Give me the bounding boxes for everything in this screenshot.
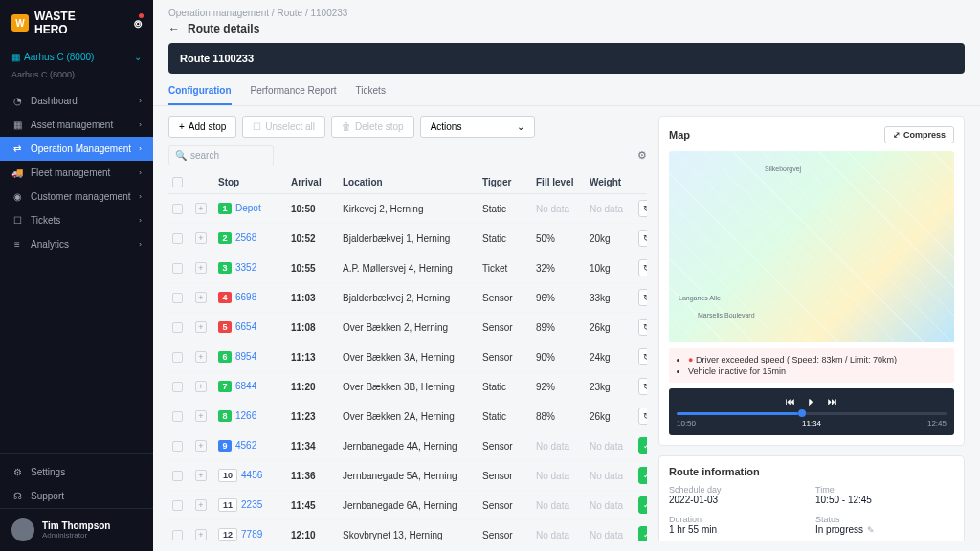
- sidebar-item-fleet-management[interactable]: 🚚Fleet management›: [0, 161, 153, 185]
- sidebar-item-tickets[interactable]: ☐Tickets›: [0, 209, 153, 232]
- fill: No data: [536, 530, 584, 540]
- user-block[interactable]: Tim Thompson Administrator: [0, 508, 153, 551]
- weight: 24kg: [590, 352, 633, 363]
- tab-configuration[interactable]: Configuration: [168, 77, 232, 105]
- stop-badge: 1: [218, 203, 232, 214]
- stop-link[interactable]: 6844: [235, 381, 256, 391]
- map[interactable]: Silkeborgvej Langanes Alle Marselis Boul…: [669, 151, 954, 342]
- compress-button[interactable]: ⤢ Compress: [884, 126, 954, 143]
- expand-icon[interactable]: +: [195, 203, 207, 214]
- refresh-icon[interactable]: ↻: [638, 289, 647, 306]
- back-icon[interactable]: ←: [168, 22, 180, 35]
- stop-link[interactable]: 1266: [235, 410, 256, 421]
- expand-icon[interactable]: +: [195, 232, 207, 244]
- row-checkbox[interactable]: [172, 471, 183, 481]
- sidebar-item-asset-management[interactable]: ▦Asset management›: [0, 113, 153, 137]
- tab-performance-report[interactable]: Performance Report: [251, 77, 337, 105]
- stop-link[interactable]: Depot: [235, 203, 261, 213]
- row-checkbox[interactable]: [172, 352, 183, 363]
- stop-link[interactable]: 2568: [235, 232, 256, 243]
- row-checkbox[interactable]: [172, 411, 183, 422]
- row-checkbox[interactable]: [172, 204, 183, 214]
- stop-link[interactable]: 6698: [235, 292, 256, 302]
- refresh-icon[interactable]: ↻: [638, 408, 647, 425]
- refresh-icon[interactable]: ↻: [638, 378, 647, 395]
- refresh-icon[interactable]: ↻: [638, 259, 647, 276]
- alerts: ● Driver exceeded speed ( Speed: 83km / …: [669, 348, 954, 383]
- page-title: ← Route details: [153, 22, 980, 43]
- expand-icon[interactable]: +: [195, 470, 207, 481]
- stop-link[interactable]: 4456: [241, 470, 262, 480]
- select-all-checkbox[interactable]: [172, 177, 183, 187]
- refresh-icon[interactable]: ↻: [638, 200, 647, 217]
- done-icon[interactable]: ✓: [638, 526, 647, 541]
- stop-badge: 2: [218, 232, 232, 244]
- actions-dropdown[interactable]: Actions ⌄: [420, 116, 535, 138]
- expand-icon[interactable]: +: [195, 410, 207, 422]
- refresh-icon[interactable]: ↻: [638, 348, 647, 365]
- tigger: Static: [482, 411, 530, 422]
- play-icon[interactable]: ⏵: [807, 396, 816, 407]
- prev-icon[interactable]: ⏮: [786, 396, 795, 407]
- expand-icon[interactable]: +: [195, 381, 207, 392]
- row-checkbox[interactable]: [172, 322, 183, 333]
- stop-link[interactable]: 8954: [235, 351, 256, 362]
- expand-icon[interactable]: +: [195, 262, 207, 274]
- done-icon[interactable]: ✓: [638, 496, 647, 514]
- row-checkbox[interactable]: [172, 382, 183, 392]
- org-selector[interactable]: ▦ Aarhus C (8000) ⌄: [0, 46, 153, 68]
- refresh-icon[interactable]: ↻: [638, 319, 647, 336]
- expand-icon[interactable]: +: [195, 499, 207, 511]
- delete-stop-button[interactable]: 🗑 Delete stop: [331, 116, 414, 138]
- sidebar-item-customer-management[interactable]: ◉Customer management›: [0, 185, 153, 209]
- table-settings-icon[interactable]: ⚙: [637, 149, 647, 162]
- crumb-op[interactable]: Operation management: [168, 8, 269, 18]
- search-input[interactable]: 🔍 search: [168, 145, 274, 165]
- add-stop-button[interactable]: + Add stop: [168, 116, 236, 138]
- expand-icon[interactable]: +: [195, 351, 207, 363]
- sidebar-item-dashboard[interactable]: ◔Dashboard›: [0, 89, 153, 113]
- sidebar-item-support[interactable]: ☊Support: [0, 484, 153, 508]
- expand-icon[interactable]: +: [195, 440, 207, 452]
- row-checkbox[interactable]: [172, 441, 183, 452]
- row-checkbox[interactable]: [172, 263, 183, 274]
- chevron-right-icon: ›: [139, 240, 142, 249]
- row-checkbox[interactable]: [172, 500, 183, 511]
- stop-link[interactable]: 2235: [241, 499, 262, 510]
- refresh-icon[interactable]: ↻: [638, 230, 647, 247]
- row-checkbox[interactable]: [172, 233, 183, 244]
- crumb-route[interactable]: Route: [277, 8, 302, 18]
- done-icon[interactable]: ✓: [638, 437, 647, 454]
- stop-link[interactable]: 3352: [235, 262, 256, 273]
- fill: No data: [536, 204, 584, 214]
- location: Jernbanegade 5A, Herning: [343, 471, 477, 481]
- row-actions: ✓!: [638, 496, 647, 514]
- expand-icon[interactable]: +: [195, 529, 207, 540]
- done-icon[interactable]: ✓: [638, 467, 647, 484]
- row-checkbox[interactable]: [172, 293, 183, 303]
- map-panel: Map ⤢ Compress Silkeborgvej Langanes All…: [658, 116, 965, 446]
- tab-tickets[interactable]: Tickets: [356, 77, 386, 105]
- notification-icon[interactable]: ⌾: [134, 15, 142, 31]
- unselect-button[interactable]: ☐ Unselect all: [242, 116, 325, 138]
- timeline[interactable]: [677, 412, 947, 415]
- nav-icon: ☐: [11, 215, 23, 226]
- sidebar-item-analytics[interactable]: ≡Analytics›: [0, 232, 153, 256]
- stop-badge: 3: [218, 262, 232, 274]
- arrival: 11:13: [291, 352, 337, 363]
- tigger: Static: [482, 382, 530, 392]
- stop-link[interactable]: 4562: [235, 440, 256, 451]
- row-actions: ↻✎: [638, 408, 647, 425]
- stop-link[interactable]: 6654: [235, 321, 256, 332]
- stop-link[interactable]: 7789: [241, 529, 262, 540]
- expand-icon[interactable]: +: [195, 321, 207, 333]
- row-checkbox[interactable]: [172, 530, 183, 540]
- sidebar-item-operation-management[interactable]: ⇄Operation Management›: [0, 137, 153, 161]
- avatar: [11, 518, 34, 541]
- weight: No data: [590, 204, 633, 214]
- sidebar-item-settings[interactable]: ⚙Settings: [0, 460, 153, 484]
- location: Over Bækken 3B, Herning: [343, 382, 477, 392]
- edit-status-icon[interactable]: ✎: [867, 525, 875, 535]
- expand-icon[interactable]: +: [195, 292, 207, 303]
- next-icon[interactable]: ⏭: [828, 396, 837, 407]
